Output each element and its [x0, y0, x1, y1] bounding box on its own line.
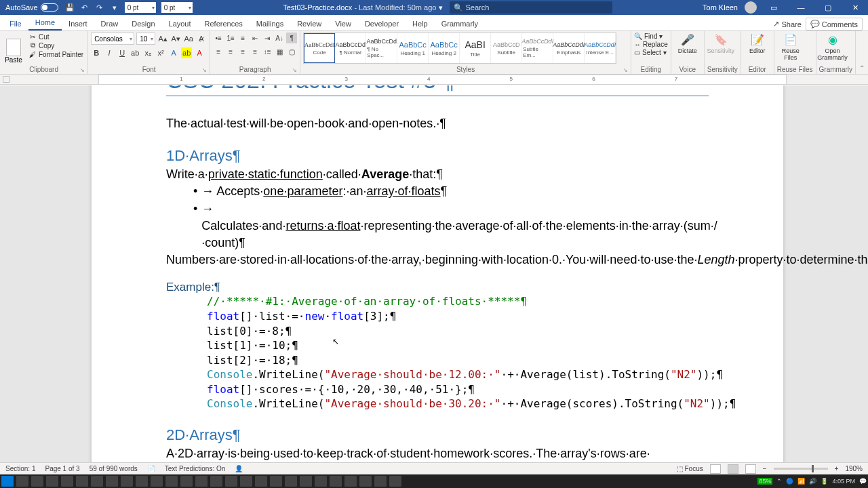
tray-battery-icon[interactable]: 🔋	[821, 478, 828, 485]
status-words[interactable]: 59 of 990 words	[90, 465, 138, 472]
line-spacing-icon[interactable]: ↕≡	[262, 46, 273, 57]
tab-design[interactable]: Design	[125, 17, 161, 30]
minimize-button[interactable]: —	[791, 3, 811, 12]
font-name-combo[interactable]: Consolas	[91, 33, 134, 45]
comments-button[interactable]: 💬 Comments	[806, 18, 863, 30]
highlight-icon[interactable]: ab	[181, 47, 192, 58]
tray-icon[interactable]: 🔵	[786, 478, 793, 485]
cut-button[interactable]: ✂Cut	[27, 33, 85, 41]
taskbar-app[interactable]	[210, 476, 222, 487]
dialog-launcher-icon[interactable]: ↘	[202, 67, 207, 73]
zoom-in-button[interactable]: +	[835, 465, 839, 472]
strike-button[interactable]: ab	[130, 47, 140, 58]
style-normal[interactable]: AaBbCcDd¶ Normal	[335, 33, 366, 63]
tab-view[interactable]: View	[328, 17, 358, 30]
taskbar-app[interactable]	[374, 476, 387, 487]
superscript-button[interactable]: x²	[155, 47, 166, 58]
maximize-button[interactable]: ▢	[818, 3, 838, 12]
editor-button[interactable]: 📝Editor	[744, 33, 771, 54]
taskbar-app[interactable]	[46, 476, 58, 487]
collapse-ribbon-icon[interactable]: ⌃	[856, 31, 868, 74]
spellcheck-icon[interactable]: 📄	[147, 465, 155, 472]
font-color-icon[interactable]: A	[194, 47, 205, 58]
change-case-icon[interactable]: Aa	[183, 33, 194, 44]
notifications-icon[interactable]: 💬	[859, 478, 867, 485]
style-heading1[interactable]: AaBbCcHeading 1	[397, 33, 429, 63]
tab-layout[interactable]: Layout	[162, 17, 198, 30]
taskbar-app[interactable]	[315, 476, 327, 487]
style-emphasis[interactable]: AaBbCcDdIEmphasis	[553, 33, 585, 63]
taskbar-app[interactable]	[91, 476, 103, 487]
dialog-launcher-icon[interactable]: ↘	[80, 67, 85, 73]
taskbar-app[interactable]	[255, 476, 267, 487]
decrease-indent-icon[interactable]: ⇤	[250, 33, 260, 43]
find-button[interactable]: 🔍 Find ▾	[634, 33, 668, 40]
tab-review[interactable]: Review	[290, 17, 328, 30]
taskbar-app[interactable]	[389, 476, 401, 487]
tab-draw[interactable]: Draw	[94, 17, 125, 30]
user-name[interactable]: Tom Kleen	[703, 3, 738, 12]
bold-button[interactable]: B	[91, 47, 102, 58]
ruler-toggle-icon[interactable]	[3, 76, 9, 83]
paste-button[interactable]: Paste	[3, 33, 24, 64]
redo-icon[interactable]: ↷	[95, 3, 104, 12]
status-page[interactable]: Page 1 of 3	[45, 465, 79, 472]
status-predictions[interactable]: Text Predictions: On	[165, 465, 225, 472]
style-subtitle[interactable]: AaBbCcDSubtitle	[491, 33, 522, 63]
share-button[interactable]: ↗ Share	[773, 20, 801, 28]
subscript-button[interactable]: x₂	[142, 47, 153, 58]
taskbar-app[interactable]	[344, 476, 357, 487]
undo-icon[interactable]: ↶	[80, 3, 90, 12]
taskbar-app[interactable]	[359, 476, 372, 487]
clear-format-icon[interactable]: A̷	[196, 33, 207, 44]
taskbar-search-icon[interactable]	[16, 476, 28, 487]
dialog-launcher-icon[interactable]: ↘	[292, 67, 297, 73]
text-effects-icon[interactable]: A	[168, 47, 179, 58]
taskbar-app[interactable]	[330, 476, 342, 487]
justify-icon[interactable]: ≡	[250, 46, 260, 57]
styles-gallery[interactable]: AaBbCcDdICode AaBbCcDd¶ Normal AaBbCcDd¶…	[303, 33, 616, 64]
space-before-spinner[interactable]: 0 pt	[125, 2, 156, 13]
battery-status[interactable]: 85%	[757, 478, 772, 485]
document-area[interactable]: CSC 202. Practice Test #3 ¶ The·actual·t…	[0, 85, 868, 469]
taskbar-app[interactable]	[121, 476, 133, 487]
shading-icon[interactable]: ▦	[274, 46, 285, 57]
autosave-toggle[interactable]: AutoSave	[5, 3, 58, 12]
select-button[interactable]: ▭ Select ▾	[634, 49, 668, 56]
style-title[interactable]: AaBITitle	[460, 33, 491, 63]
tray-wifi-icon[interactable]: 📶	[797, 478, 805, 485]
task-view-icon[interactable]	[31, 476, 43, 487]
page[interactable]: CSC 202. Practice Test #3 ¶ The·actual·t…	[92, 85, 783, 469]
print-layout-icon[interactable]	[728, 464, 738, 474]
web-layout-icon[interactable]	[745, 464, 756, 474]
style-code[interactable]: AaBbCcDdICode	[304, 33, 335, 63]
taskbar-app[interactable]	[151, 476, 163, 487]
user-avatar[interactable]	[745, 1, 757, 14]
start-button[interactable]	[1, 476, 14, 487]
taskbar-app[interactable]	[165, 476, 178, 487]
taskbar-app[interactable]	[225, 476, 237, 487]
taskbar-app[interactable]	[61, 476, 73, 487]
horizontal-ruler[interactable]: 1234567	[98, 75, 787, 85]
italic-button[interactable]: I	[104, 47, 115, 58]
accessibility-icon[interactable]: 👤	[235, 465, 243, 472]
tab-file[interactable]: File	[3, 17, 28, 30]
taskbar-app[interactable]	[180, 476, 193, 487]
sort-icon[interactable]: A↓	[274, 33, 285, 43]
format-painter-button[interactable]: 🖌Format Painter	[27, 50, 85, 58]
open-grammarly-button[interactable]: ◉Open Grammarly	[819, 33, 846, 61]
tab-grammarly[interactable]: Grammarly	[435, 17, 485, 30]
toggle-off-icon[interactable]	[41, 3, 58, 12]
style-nospacing[interactable]: AaBbCcDd¶ No Spac...	[366, 33, 397, 63]
taskbar-app[interactable]	[300, 476, 312, 487]
qat-more-icon[interactable]: ▾	[110, 3, 119, 12]
read-mode-icon[interactable]	[710, 464, 721, 474]
tab-references[interactable]: References	[198, 17, 250, 30]
style-subtle-em[interactable]: AaBbCcDdISubtle Em...	[522, 33, 553, 63]
space-after-spinner[interactable]: 0 pt	[161, 2, 193, 13]
taskbar-app[interactable]	[136, 476, 148, 487]
tab-help[interactable]: Help	[406, 17, 435, 30]
reuse-files-button[interactable]: 📄Reuse Files	[777, 33, 804, 61]
dictate-button[interactable]: 🎤Dictate	[674, 33, 701, 54]
taskbar-app[interactable]	[106, 476, 118, 487]
